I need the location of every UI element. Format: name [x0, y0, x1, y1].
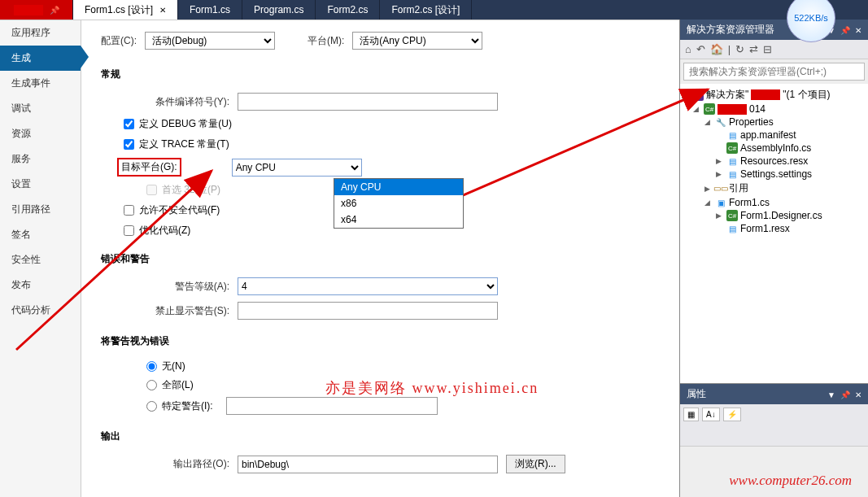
nav-resources[interactable]: 资源 — [0, 121, 81, 146]
config-label: 配置(C): — [101, 34, 137, 48]
solution-toolbar: ⌂ ↶ 🏠 | ↻ ⇄ ⊟ — [680, 40, 868, 59]
define-debug-label: 定义 DEBUG 常量(U) — [139, 117, 232, 131]
document-tabs: 📌 Form1.cs [设计]✕ Form1.cs Program.cs For… — [0, 0, 868, 20]
events-button[interactable]: ⚡ — [723, 408, 741, 421]
config-select[interactable]: 活动(Debug) — [145, 32, 275, 50]
properties-node[interactable]: ◢🔧Properties — [682, 116, 866, 129]
alpha-button[interactable]: A↓ — [702, 408, 720, 421]
unsafe-label: 允许不安全代码(F) — [139, 203, 220, 217]
radio-all-label: 全部(L) — [162, 378, 194, 392]
solution-node[interactable]: ▶⧉ 解决方案""(1 个项目) — [682, 87, 866, 102]
nav-app[interactable]: 应用程序 — [0, 20, 81, 46]
section-treat-warnings: 将警告视为错误 — [101, 331, 660, 351]
project-settings-nav: 应用程序 生成 生成事件 调试 资源 服务 设置 引用路径 签名 安全性 发布 … — [0, 20, 81, 497]
project-node[interactable]: ◢C#014 — [682, 102, 866, 116]
close-icon[interactable]: ✕ — [159, 6, 166, 15]
warn-level-select[interactable]: 4 — [238, 277, 498, 295]
browse-button[interactable]: 浏览(R)... — [506, 455, 565, 473]
form1designer-node[interactable]: ▶C#Form1.Designer.cs — [682, 209, 866, 222]
radio-all[interactable] — [146, 380, 157, 390]
assemblyinfo-node[interactable]: C#AssemblyInfo.cs — [682, 142, 866, 155]
solution-search-input[interactable] — [683, 63, 865, 81]
target-platform-label: 目标平台(G): — [117, 158, 181, 177]
nav-signing[interactable]: 签名 — [0, 222, 81, 247]
radio-specific-label: 特定警告(I): — [162, 399, 213, 413]
properties-panel: 属性 ▼📌✕ ▦ A↓ ⚡ — [680, 383, 868, 497]
solution-tree: ▶⧉ 解决方案""(1 个项目) ◢C#014 ◢🔧Properties ▤ap… — [680, 84, 868, 383]
section-warnings: 错误和警告 — [101, 249, 660, 269]
settings-node[interactable]: ▶▤Settings.settings — [682, 168, 866, 181]
radio-none-label: 无(N) — [162, 360, 185, 373]
platform-select[interactable]: 活动(Any CPU) — [352, 32, 482, 50]
close-icon[interactable]: ✕ — [855, 390, 861, 399]
properties-title: 属性 ▼📌✕ — [680, 384, 868, 404]
suppress-label: 禁止显示警告(S): — [124, 304, 229, 318]
nav-services[interactable]: 服务 — [0, 146, 81, 172]
define-trace-label: 定义 TRACE 常量(T) — [139, 137, 229, 151]
radio-specific[interactable] — [146, 401, 157, 412]
tab-program-cs[interactable]: Program.cs — [242, 0, 316, 20]
dd-x86[interactable]: x86 — [334, 195, 463, 211]
section-output: 输出 — [101, 426, 660, 447]
home2-icon[interactable]: 🏠 — [710, 43, 723, 55]
prefer32-label: 首选 32 位(P) — [162, 183, 220, 197]
platform-label: 平台(M): — [308, 34, 344, 48]
config-row: 配置(C): 活动(Debug) 平台(M): 活动(Any CPU) — [101, 32, 660, 50]
nav-build-events[interactable]: 生成事件 — [0, 71, 81, 96]
dropdown-icon[interactable]: ▼ — [827, 390, 835, 399]
home-icon[interactable]: ⌂ — [685, 43, 691, 55]
prefer32-checkbox — [146, 185, 157, 195]
tab-form2-design[interactable]: Form2.cs [设计] — [380, 0, 472, 20]
nav-build[interactable]: 生成 — [0, 46, 81, 71]
pin-icon[interactable]: 📌 — [840, 390, 850, 399]
cond-symbols-label: 条件编译符号(Y): — [124, 95, 229, 109]
target-platform-dropdown[interactable]: Any CPU x86 x64 — [334, 178, 464, 229]
specific-warnings-input[interactable] — [226, 397, 438, 415]
categorized-button[interactable]: ▦ — [683, 408, 699, 421]
resources-resx-node[interactable]: ▶▤Resources.resx — [682, 155, 866, 168]
tab-form1-design[interactable]: Form1.cs [设计]✕ — [73, 0, 178, 20]
nav-code-analysis[interactable]: 代码分析 — [0, 298, 81, 323]
output-path-label: 输出路径(O): — [124, 457, 229, 471]
target-platform-select[interactable]: Any CPU — [232, 159, 362, 177]
nav-debug[interactable]: 调试 — [0, 96, 81, 121]
suppress-input[interactable] — [238, 302, 498, 320]
tab-form1-cs[interactable]: Form1.cs — [178, 0, 242, 20]
nav-publish[interactable]: 发布 — [0, 272, 81, 298]
optimize-checkbox[interactable] — [124, 225, 134, 236]
collapse-icon[interactable]: ⊟ — [763, 43, 772, 55]
dd-anycpu[interactable]: Any CPU — [334, 179, 463, 195]
tab-form2-cs[interactable]: Form2.cs — [316, 0, 380, 20]
cond-symbols-input[interactable] — [238, 93, 498, 111]
pin-icon: 📌 — [50, 6, 59, 15]
output-path-input[interactable] — [238, 456, 498, 473]
close-icon[interactable]: ✕ — [855, 26, 861, 35]
radio-none[interactable] — [146, 361, 157, 372]
form1resx-node[interactable]: ▤Form1.resx — [682, 222, 866, 235]
right-panel: 解决方案资源管理器 ▼📌✕ ⌂ ↶ 🏠 | ↻ ⇄ ⊟ ▶⧉ 解决方案""(1 … — [679, 20, 868, 497]
pinned-tab[interactable]: 📌 — [0, 0, 73, 20]
references-node[interactable]: ▶▭▭引用 — [682, 181, 866, 196]
app-manifest-node[interactable]: ▤app.manifest — [682, 129, 866, 142]
solution-explorer-title: 解决方案资源管理器 ▼📌✕ — [680, 20, 868, 40]
section-general: 常规 — [101, 64, 660, 85]
optimize-label: 优化代码(Z) — [139, 224, 190, 238]
define-debug-checkbox[interactable] — [124, 119, 134, 129]
dd-x64[interactable]: x64 — [334, 211, 463, 228]
nav-refpaths[interactable]: 引用路径 — [0, 197, 81, 222]
define-trace-checkbox[interactable] — [124, 139, 134, 150]
refresh-icon[interactable]: ↻ — [735, 43, 744, 55]
form1cs-node[interactable]: ◢▣Form1.cs — [682, 196, 866, 209]
warn-level-label: 警告等级(A): — [124, 280, 229, 294]
nav-settings[interactable]: 设置 — [0, 172, 81, 197]
build-settings-content: 配置(C): 活动(Debug) 平台(M): 活动(Any CPU) 常规 条… — [81, 20, 679, 497]
back-icon[interactable]: ↶ — [696, 43, 705, 55]
sync-icon[interactable]: ⇄ — [749, 43, 758, 55]
nav-security[interactable]: 安全性 — [0, 247, 81, 272]
unsafe-checkbox[interactable] — [124, 205, 134, 216]
pin-icon[interactable]: 📌 — [840, 26, 850, 35]
